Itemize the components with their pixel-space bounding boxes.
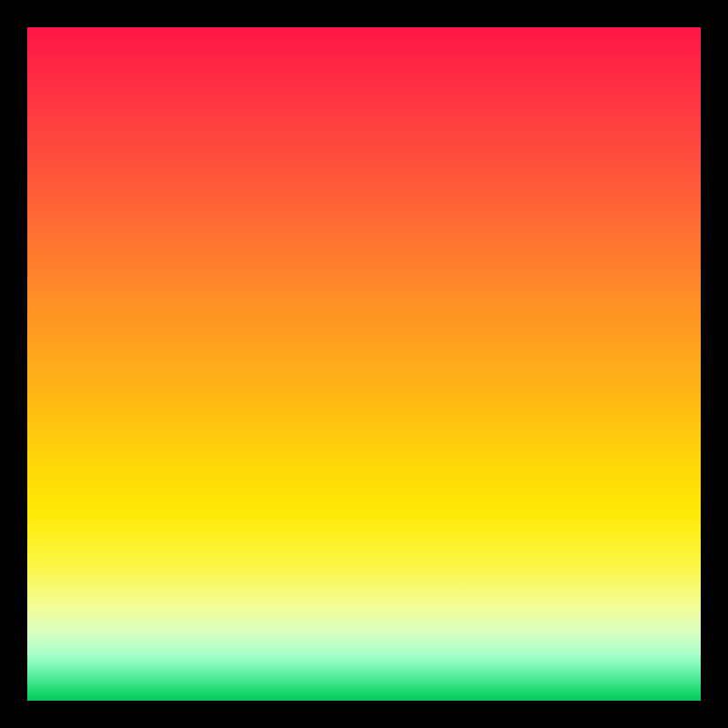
curve-layer xyxy=(27,27,701,701)
outer-frame xyxy=(0,0,728,728)
